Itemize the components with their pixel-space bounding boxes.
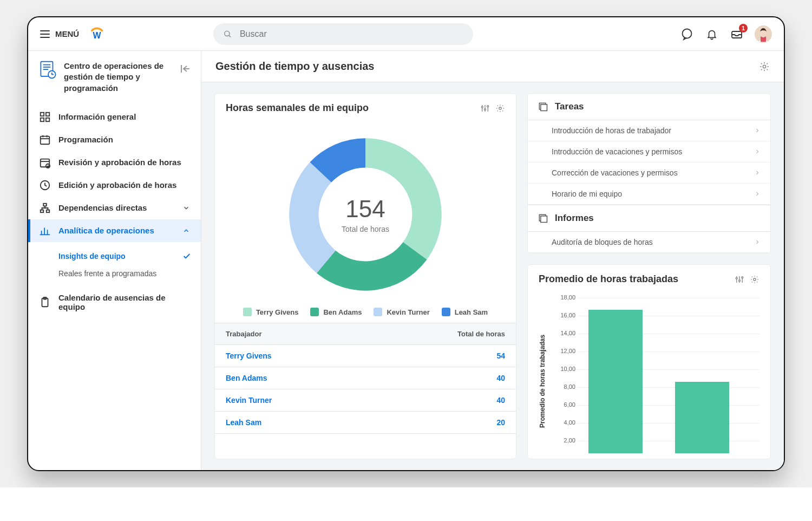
search-input[interactable] [239, 29, 463, 40]
table-row[interactable]: Kevin Turner40 [215, 389, 516, 412]
y-tick-label: 12,00 [552, 348, 575, 354]
y-tick-label: 18,00 [552, 294, 575, 301]
donut-center: 154 Total de horas [279, 128, 452, 301]
legend-swatch [442, 308, 450, 316]
chevron-right-icon [754, 191, 761, 197]
hamburger-icon [40, 30, 50, 38]
card-tools [735, 275, 759, 284]
avatar[interactable] [755, 25, 772, 43]
inbox-icon[interactable]: 1 [730, 27, 744, 41]
svg-rect-18 [41, 136, 50, 144]
list-item-label: Corrección de vacaciones y permisos [552, 168, 678, 177]
search-bar[interactable] [213, 23, 473, 45]
svg-point-35 [763, 65, 765, 68]
sidebar-item-edit-hours[interactable]: Edición y aprobación de horas [28, 174, 201, 197]
legend-item[interactable]: Ben Adams [310, 308, 362, 316]
chevron-up-icon [182, 227, 190, 235]
legend-item[interactable]: Terry Givens [243, 308, 299, 316]
legend-swatch [310, 308, 319, 316]
svg-rect-44 [541, 105, 547, 111]
sliders-icon[interactable] [735, 275, 744, 284]
tasks-header: Tareas [528, 94, 770, 120]
bar[interactable] [675, 382, 729, 453]
y-axis-title: Promedio de horas trabajadas [539, 298, 546, 459]
bar[interactable] [588, 310, 643, 453]
workday-logo[interactable]: W [89, 26, 105, 42]
list-item[interactable]: Auditoría de bloques de horas [528, 232, 770, 253]
donut-legend: Terry GivensBen AdamsKevin TurnerLeah Sa… [243, 308, 488, 316]
gear-icon[interactable] [759, 61, 770, 72]
svg-point-53 [754, 278, 756, 281]
donut-wrap: 154 Total de horas Terry GivensBen Adams… [215, 122, 516, 323]
sidebar-item-analytics[interactable]: Analítica de operaciones [28, 219, 201, 242]
list-item-label: Auditoría de bloques de horas [552, 238, 653, 246]
chevron-right-icon [754, 239, 761, 245]
table-header: Trabajador Total de horas [215, 323, 516, 345]
menu-label: MENÚ [55, 29, 79, 38]
card-tools [480, 103, 505, 113]
sidebar-item-label: Analítica de operaciones [58, 226, 154, 235]
table-row[interactable]: Ben Adams40 [215, 367, 516, 389]
chat-icon[interactable] [680, 27, 694, 41]
legend-item[interactable]: Leah Sam [442, 308, 488, 316]
list-item[interactable]: Introducción de horas de trabajador [528, 120, 770, 141]
worker-link[interactable]: Ben Adams [226, 374, 267, 382]
y-tick-label: 10,00 [552, 366, 575, 372]
sidebar-item-direct-reports[interactable]: Dependencias directas [28, 197, 201, 219]
svg-point-37 [481, 106, 483, 108]
svg-point-39 [484, 108, 486, 110]
search-icon [223, 29, 232, 39]
legend-item[interactable]: Kevin Turner [374, 308, 429, 316]
worker-hours: 40 [496, 396, 505, 405]
sidebar-item-label: Calendario de ausencias de equipo [58, 293, 190, 311]
svg-rect-16 [41, 118, 44, 121]
table-row[interactable]: Leah Sam20 [215, 412, 516, 434]
stack-icon [538, 213, 548, 224]
sidebar-title: Centro de operaciones de gestión de tiem… [64, 61, 174, 94]
list-item[interactable]: Introducción de vacaciones y permisos [528, 141, 770, 162]
sidebar-item-scheduling[interactable]: Programación [28, 128, 201, 151]
subnav-insights[interactable]: Insights de equipo [58, 248, 201, 265]
gear-icon[interactable] [495, 103, 505, 113]
svg-point-41 [487, 105, 489, 107]
legend-swatch [243, 308, 252, 316]
donut-total-label: Total de horas [342, 225, 389, 233]
worker-hours: 54 [496, 351, 505, 360]
check-icon [182, 252, 191, 260]
bell-icon[interactable] [705, 27, 719, 41]
sidebar-item-overview[interactable]: Información general [28, 106, 201, 128]
svg-rect-17 [46, 118, 49, 121]
sidebar-nav-2: Calendario de ausencias de equipo [28, 285, 201, 319]
svg-rect-46 [541, 216, 547, 223]
team-hours-card: Horas semanales de mi equipo 154 Total d… [214, 93, 516, 459]
svg-rect-14 [41, 113, 44, 116]
inbox-badge: 1 [739, 24, 748, 32]
card-header: Promedio de horas trabajadas [528, 265, 770, 294]
worker-link[interactable]: Leah Sam [226, 418, 261, 427]
sliders-icon[interactable] [480, 103, 490, 113]
chevron-right-icon [754, 127, 761, 134]
collapse-sidebar-icon[interactable] [180, 65, 190, 73]
sidebar-item-absence-calendar[interactable]: Calendario de ausencias de equipo [28, 288, 201, 317]
content: Gestión de tiempo y ausencias Horas sema… [201, 51, 784, 470]
bar-chart-area: Promedio de horas trabajadas 18,0016,001… [528, 294, 770, 459]
table-row[interactable]: Terry Givens54 [215, 345, 516, 367]
worker-link[interactable]: Terry Givens [226, 351, 272, 360]
svg-rect-27 [41, 210, 44, 212]
gear-icon[interactable] [750, 275, 759, 284]
list-item[interactable]: Horario de mi equipo [528, 184, 770, 205]
svg-line-2 [229, 35, 231, 37]
sidebar-item-review-hours[interactable]: Revisión y aprobación de horas [28, 151, 201, 174]
svg-point-1 [225, 31, 230, 36]
top-actions: 1 [680, 25, 772, 43]
menu-button[interactable]: MENÚ [40, 29, 79, 38]
body: Centro de operaciones de gestión de tiem… [28, 51, 784, 470]
subnav-actual-vs-scheduled[interactable]: Reales frente a programadas [58, 265, 201, 282]
worker-link[interactable]: Kevin Turner [226, 396, 272, 405]
subnav-label: Insights de equipo [58, 252, 126, 260]
avg-hours-card: Promedio de horas trabajadas Promedio de… [527, 264, 771, 459]
y-tick-label: 6,00 [552, 401, 575, 408]
topbar: MENÚ W 1 [28, 17, 784, 51]
list-item[interactable]: Corrección de vacaciones y permisos [528, 162, 770, 184]
table-col-hours: Total de horas [457, 330, 505, 338]
